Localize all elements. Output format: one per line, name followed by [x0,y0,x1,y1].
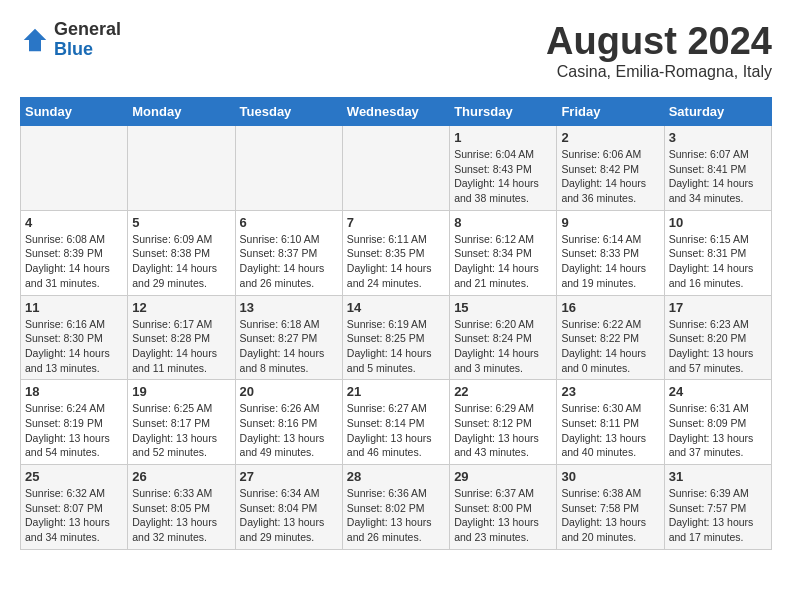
day-number: 7 [347,215,445,230]
calendar-cell: 19Sunrise: 6:25 AM Sunset: 8:17 PM Dayli… [128,380,235,465]
day-info: Sunrise: 6:17 AM Sunset: 8:28 PM Dayligh… [132,317,230,376]
day-info: Sunrise: 6:32 AM Sunset: 8:07 PM Dayligh… [25,486,123,545]
calendar-cell: 20Sunrise: 6:26 AM Sunset: 8:16 PM Dayli… [235,380,342,465]
day-number: 6 [240,215,338,230]
calendar-cell: 7Sunrise: 6:11 AM Sunset: 8:35 PM Daylig… [342,210,449,295]
day-number: 16 [561,300,659,315]
calendar-week-3: 11Sunrise: 6:16 AM Sunset: 8:30 PM Dayli… [21,295,772,380]
calendar-cell: 14Sunrise: 6:19 AM Sunset: 8:25 PM Dayli… [342,295,449,380]
day-number: 20 [240,384,338,399]
day-info: Sunrise: 6:25 AM Sunset: 8:17 PM Dayligh… [132,401,230,460]
calendar-cell: 9Sunrise: 6:14 AM Sunset: 8:33 PM Daylig… [557,210,664,295]
calendar-cell [235,126,342,211]
calendar-cell [342,126,449,211]
calendar-cell: 25Sunrise: 6:32 AM Sunset: 8:07 PM Dayli… [21,465,128,550]
day-info: Sunrise: 6:19 AM Sunset: 8:25 PM Dayligh… [347,317,445,376]
day-header-sunday: Sunday [21,98,128,126]
calendar-cell: 10Sunrise: 6:15 AM Sunset: 8:31 PM Dayli… [664,210,771,295]
day-number: 10 [669,215,767,230]
calendar-table: SundayMondayTuesdayWednesdayThursdayFrid… [20,97,772,550]
day-header-wednesday: Wednesday [342,98,449,126]
calendar-cell: 21Sunrise: 6:27 AM Sunset: 8:14 PM Dayli… [342,380,449,465]
day-number: 27 [240,469,338,484]
day-info: Sunrise: 6:30 AM Sunset: 8:11 PM Dayligh… [561,401,659,460]
calendar-cell: 16Sunrise: 6:22 AM Sunset: 8:22 PM Dayli… [557,295,664,380]
calendar-cell [21,126,128,211]
day-number: 23 [561,384,659,399]
calendar-header-row: SundayMondayTuesdayWednesdayThursdayFrid… [21,98,772,126]
calendar-week-2: 4Sunrise: 6:08 AM Sunset: 8:39 PM Daylig… [21,210,772,295]
logo: General Blue [20,20,121,60]
day-info: Sunrise: 6:20 AM Sunset: 8:24 PM Dayligh… [454,317,552,376]
day-header-friday: Friday [557,98,664,126]
calendar-cell: 26Sunrise: 6:33 AM Sunset: 8:05 PM Dayli… [128,465,235,550]
calendar-cell: 30Sunrise: 6:38 AM Sunset: 7:58 PM Dayli… [557,465,664,550]
day-info: Sunrise: 6:26 AM Sunset: 8:16 PM Dayligh… [240,401,338,460]
day-number: 25 [25,469,123,484]
subtitle: Casina, Emilia-Romagna, Italy [546,63,772,81]
day-number: 29 [454,469,552,484]
day-number: 28 [347,469,445,484]
day-info: Sunrise: 6:24 AM Sunset: 8:19 PM Dayligh… [25,401,123,460]
day-number: 12 [132,300,230,315]
day-info: Sunrise: 6:37 AM Sunset: 8:00 PM Dayligh… [454,486,552,545]
day-info: Sunrise: 6:36 AM Sunset: 8:02 PM Dayligh… [347,486,445,545]
calendar-cell: 31Sunrise: 6:39 AM Sunset: 7:57 PM Dayli… [664,465,771,550]
calendar-week-1: 1Sunrise: 6:04 AM Sunset: 8:43 PM Daylig… [21,126,772,211]
day-number: 8 [454,215,552,230]
calendar-cell: 2Sunrise: 6:06 AM Sunset: 8:42 PM Daylig… [557,126,664,211]
calendar-week-5: 25Sunrise: 6:32 AM Sunset: 8:07 PM Dayli… [21,465,772,550]
calendar-cell: 27Sunrise: 6:34 AM Sunset: 8:04 PM Dayli… [235,465,342,550]
day-number: 14 [347,300,445,315]
logo-general-text: General [54,20,121,40]
day-number: 15 [454,300,552,315]
day-number: 13 [240,300,338,315]
day-info: Sunrise: 6:04 AM Sunset: 8:43 PM Dayligh… [454,147,552,206]
day-info: Sunrise: 6:08 AM Sunset: 8:39 PM Dayligh… [25,232,123,291]
calendar-cell: 11Sunrise: 6:16 AM Sunset: 8:30 PM Dayli… [21,295,128,380]
day-info: Sunrise: 6:10 AM Sunset: 8:37 PM Dayligh… [240,232,338,291]
day-header-monday: Monday [128,98,235,126]
day-info: Sunrise: 6:18 AM Sunset: 8:27 PM Dayligh… [240,317,338,376]
day-number: 31 [669,469,767,484]
day-info: Sunrise: 6:29 AM Sunset: 8:12 PM Dayligh… [454,401,552,460]
day-info: Sunrise: 6:11 AM Sunset: 8:35 PM Dayligh… [347,232,445,291]
calendar-cell: 5Sunrise: 6:09 AM Sunset: 8:38 PM Daylig… [128,210,235,295]
calendar-week-4: 18Sunrise: 6:24 AM Sunset: 8:19 PM Dayli… [21,380,772,465]
day-info: Sunrise: 6:15 AM Sunset: 8:31 PM Dayligh… [669,232,767,291]
logo-blue-text: Blue [54,40,121,60]
day-number: 17 [669,300,767,315]
header: General Blue August 2024 Casina, Emilia-… [20,20,772,81]
day-info: Sunrise: 6:06 AM Sunset: 8:42 PM Dayligh… [561,147,659,206]
day-info: Sunrise: 6:14 AM Sunset: 8:33 PM Dayligh… [561,232,659,291]
day-number: 9 [561,215,659,230]
calendar-cell: 23Sunrise: 6:30 AM Sunset: 8:11 PM Dayli… [557,380,664,465]
calendar-cell: 29Sunrise: 6:37 AM Sunset: 8:00 PM Dayli… [450,465,557,550]
calendar-cell: 28Sunrise: 6:36 AM Sunset: 8:02 PM Dayli… [342,465,449,550]
day-number: 24 [669,384,767,399]
day-info: Sunrise: 6:33 AM Sunset: 8:05 PM Dayligh… [132,486,230,545]
calendar-cell: 3Sunrise: 6:07 AM Sunset: 8:41 PM Daylig… [664,126,771,211]
day-number: 18 [25,384,123,399]
day-info: Sunrise: 6:23 AM Sunset: 8:20 PM Dayligh… [669,317,767,376]
day-number: 3 [669,130,767,145]
day-number: 11 [25,300,123,315]
day-number: 4 [25,215,123,230]
day-info: Sunrise: 6:09 AM Sunset: 8:38 PM Dayligh… [132,232,230,291]
calendar-cell: 22Sunrise: 6:29 AM Sunset: 8:12 PM Dayli… [450,380,557,465]
day-number: 5 [132,215,230,230]
day-info: Sunrise: 6:12 AM Sunset: 8:34 PM Dayligh… [454,232,552,291]
logo-text: General Blue [54,20,121,60]
calendar-cell: 1Sunrise: 6:04 AM Sunset: 8:43 PM Daylig… [450,126,557,211]
logo-icon [20,25,50,55]
day-info: Sunrise: 6:34 AM Sunset: 8:04 PM Dayligh… [240,486,338,545]
day-info: Sunrise: 6:07 AM Sunset: 8:41 PM Dayligh… [669,147,767,206]
calendar-cell: 15Sunrise: 6:20 AM Sunset: 8:24 PM Dayli… [450,295,557,380]
calendar-cell: 17Sunrise: 6:23 AM Sunset: 8:20 PM Dayli… [664,295,771,380]
main-title: August 2024 [546,20,772,63]
day-info: Sunrise: 6:16 AM Sunset: 8:30 PM Dayligh… [25,317,123,376]
day-number: 21 [347,384,445,399]
day-number: 2 [561,130,659,145]
calendar-cell: 13Sunrise: 6:18 AM Sunset: 8:27 PM Dayli… [235,295,342,380]
calendar-cell: 6Sunrise: 6:10 AM Sunset: 8:37 PM Daylig… [235,210,342,295]
